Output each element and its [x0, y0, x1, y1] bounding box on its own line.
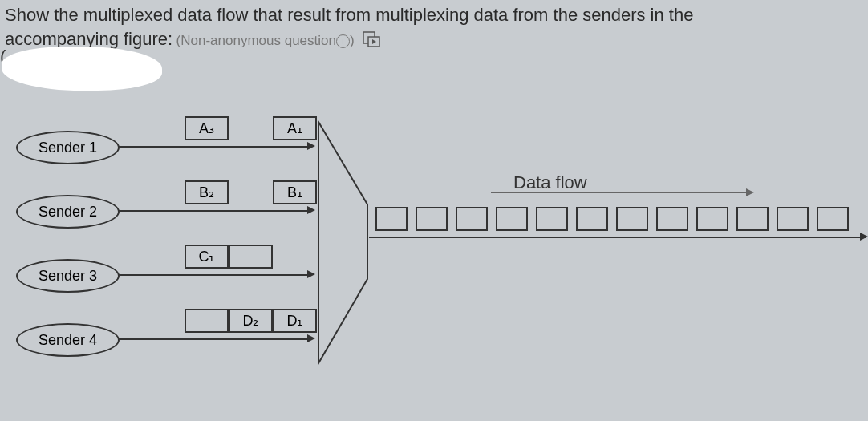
packet-a3: A₃ [185, 116, 229, 140]
sender-1-oval: Sender 1 [16, 131, 120, 164]
svg-marker-3 [318, 122, 367, 363]
sender-4-packets: D₂ D₁ [185, 309, 317, 333]
sender-1-line [118, 146, 310, 148]
packet-empty [229, 116, 273, 140]
sender-1-label: Sender 1 [39, 140, 97, 156]
dataflow-arrow-head [746, 188, 754, 196]
sender-2-line [118, 210, 310, 212]
output-slot [496, 207, 528, 231]
sender-4-label: Sender 4 [39, 332, 97, 349]
output-slot [375, 207, 408, 231]
sender-3-label: Sender 3 [39, 268, 97, 285]
hint-close-paren: ) [350, 33, 355, 48]
output-slot [536, 207, 568, 231]
output-slot [656, 207, 688, 231]
sender-4-oval: Sender 4 [16, 323, 120, 357]
output-arrow [860, 233, 868, 241]
output-slot [456, 207, 488, 231]
sender-1-packets: A₃ A₁ [185, 116, 317, 140]
question-line1: Show the multiplexed data flow that resu… [5, 5, 693, 25]
packet-empty [273, 245, 317, 269]
sender-4-arrow [307, 334, 315, 342]
packet-a1: A₁ [273, 116, 317, 140]
multiplexer-shape [317, 120, 369, 365]
output-slot [616, 207, 648, 231]
packet-d1: D₁ [273, 309, 317, 333]
output-slot [817, 207, 849, 231]
sender-2-label: Sender 2 [39, 204, 97, 221]
sender-3-arrow [307, 270, 315, 278]
sender-2-packets: B₂ B₁ [185, 180, 317, 204]
question-line2: accompanying figure: [5, 29, 172, 49]
output-slot [777, 207, 809, 231]
media-icon [363, 31, 380, 51]
sender-2-oval: Sender 2 [16, 195, 120, 229]
packet-empty-box [185, 309, 229, 333]
packet-empty [229, 180, 273, 204]
dataflow-arrow-line [491, 192, 748, 193]
sender-2-arrow [307, 206, 315, 214]
sender-3-packets: C₁ [185, 245, 317, 269]
packet-b1: B₁ [273, 180, 317, 204]
redaction-mark [2, 47, 162, 91]
output-slot [736, 207, 769, 231]
output-slot [696, 207, 728, 231]
packet-c1: C₁ [185, 245, 229, 269]
question-area: Show the multiplexed data flow that resu… [0, 0, 868, 54]
dataflow-label: Data flow [513, 172, 587, 193]
packet-b2: B₂ [185, 180, 229, 204]
output-slot [576, 207, 608, 231]
question-hint: (Non-anonymous question [176, 33, 336, 48]
output-line [369, 237, 866, 238]
output-slots [375, 207, 857, 231]
sender-1-arrow [307, 142, 315, 150]
sender-3-oval: Sender 3 [16, 259, 120, 293]
sender-4-line [118, 338, 310, 340]
sender-3-line [118, 274, 310, 276]
mux-diagram: Sender 1 A₃ A₁ Sender 2 B₂ B₁ Sender 3 C… [0, 104, 868, 421]
packet-d2: D₂ [229, 309, 273, 333]
info-icon: i [336, 34, 350, 48]
packet-empty-box [229, 245, 273, 269]
output-slot [416, 207, 448, 231]
